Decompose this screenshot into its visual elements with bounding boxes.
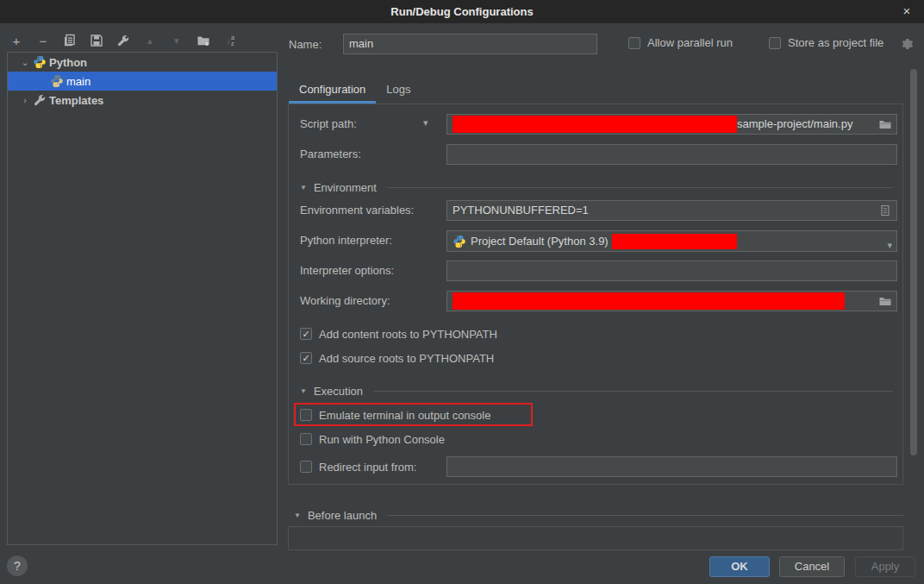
- redirect-input-label: Redirect input from:: [319, 461, 416, 474]
- run-debug-configurations-dialog: Run/Debug Configurations × + − ▲ ▼ ↓ az …: [0, 0, 924, 584]
- before-launch-task-list[interactable]: [288, 526, 903, 550]
- apply-button[interactable]: Apply: [855, 556, 915, 577]
- vertical-scrollbar[interactable]: [910, 69, 917, 455]
- run-with-python-console-label: Run with Python Console: [319, 433, 445, 446]
- chevron-right-icon[interactable]: ›: [20, 95, 30, 105]
- execution-section-label: Execution: [314, 385, 363, 398]
- edit-variables-button[interactable]: [878, 204, 892, 217]
- emulate-terminal-label: Emulate terminal in output console: [319, 409, 490, 422]
- create-folder-button[interactable]: [196, 33, 211, 48]
- working-directory-input[interactable]: [446, 291, 897, 311]
- configurations-tree: ⌄ Python main › Templates: [7, 52, 278, 545]
- script-path-label: Script path:: [300, 114, 357, 135]
- tree-item-main[interactable]: main: [8, 72, 277, 91]
- environment-section-header: ▼ Environment: [300, 179, 893, 195]
- configurations-toolbar: + − ▲ ▼ ↓ az: [9, 31, 238, 50]
- folder-icon: [878, 117, 892, 131]
- redaction-block: [453, 292, 845, 310]
- dialog-title: Run/Debug Configurations: [0, 0, 924, 23]
- chevron-down-icon[interactable]: ▾: [887, 235, 892, 254]
- add-content-roots-checkbox[interactable]: ✓: [300, 328, 312, 340]
- store-as-project-file-option: Store as project file: [769, 36, 883, 49]
- titlebar: Run/Debug Configurations ×: [0, 0, 924, 23]
- emulate-terminal-checkbox[interactable]: [300, 409, 312, 421]
- script-path-value: sample-project/main.py: [737, 115, 852, 134]
- tree-item-label: Python: [49, 56, 87, 69]
- chevron-down-icon[interactable]: ⌄: [20, 57, 30, 68]
- copy-icon: [63, 34, 77, 47]
- parameters-input[interactable]: [446, 144, 897, 165]
- ok-button[interactable]: OK: [709, 556, 770, 577]
- python-interpreter-label: Python interpreter:: [300, 230, 392, 251]
- environment-section-label: Environment: [314, 181, 377, 194]
- save-configuration-button[interactable]: [89, 33, 104, 48]
- move-down-icon: ▼: [172, 36, 181, 46]
- new-folder-icon: [197, 34, 210, 47]
- copy-configuration-button[interactable]: [62, 33, 78, 48]
- name-label: Name:: [289, 38, 322, 51]
- run-with-python-console-option: Run with Python Console: [300, 430, 445, 448]
- tab-bar: Configuration Logs: [289, 78, 421, 104]
- configuration-form-panel: Script path: ▾ sample-project/main.py Pa…: [288, 104, 903, 485]
- add-configuration-button[interactable]: +: [9, 33, 24, 48]
- plus-icon: +: [13, 34, 21, 48]
- close-icon[interactable]: ×: [896, 0, 917, 23]
- edit-templates-button[interactable]: [116, 33, 131, 48]
- environment-variables-input[interactable]: PYTHONUNBUFFERED=1: [446, 200, 897, 221]
- minus-icon: −: [40, 34, 47, 48]
- sort-alpha-icon: ↓ az: [226, 35, 234, 47]
- gear-icon[interactable]: [900, 37, 914, 51]
- tree-item-templates[interactable]: › Templates: [8, 91, 277, 110]
- allow-parallel-run-checkbox[interactable]: [628, 37, 640, 49]
- tree-item-label: Templates: [49, 94, 103, 107]
- interpreter-options-input[interactable]: [446, 261, 897, 281]
- redirect-input-checkbox[interactable]: [300, 461, 312, 473]
- section-divider: [387, 515, 903, 516]
- add-content-roots-label: Add content roots to PYTHONPATH: [319, 328, 497, 341]
- tab-logs[interactable]: Logs: [376, 78, 421, 104]
- sort-configurations-button[interactable]: ↓ az: [222, 33, 238, 48]
- before-launch-section-header: ▼ Before launch: [294, 507, 903, 523]
- store-as-project-file-checkbox[interactable]: [769, 37, 781, 49]
- redaction-block: [612, 234, 737, 249]
- tree-item-python[interactable]: ⌄ Python: [8, 53, 277, 72]
- wrench-icon: [33, 93, 47, 107]
- section-divider: [373, 391, 893, 392]
- save-icon: [90, 34, 103, 47]
- allow-parallel-run-label: Allow parallel run: [647, 36, 733, 49]
- python-icon: [33, 55, 47, 69]
- move-up-button[interactable]: ▲: [142, 33, 158, 48]
- environment-variables-value: PYTHONUNBUFFERED=1: [453, 204, 589, 217]
- remove-configuration-button[interactable]: −: [35, 33, 51, 48]
- store-as-project-file-label: Store as project file: [788, 36, 883, 49]
- collapse-triangle-icon[interactable]: ▼: [300, 387, 307, 395]
- parameters-label: Parameters:: [300, 144, 361, 165]
- add-source-roots-checkbox[interactable]: ✓: [300, 352, 312, 364]
- list-icon: [878, 204, 892, 217]
- script-path-dropdown-icon[interactable]: ▾: [423, 117, 428, 129]
- browse-button[interactable]: [878, 294, 892, 308]
- cancel-button[interactable]: Cancel: [779, 556, 845, 577]
- script-path-input[interactable]: sample-project/main.py: [446, 114, 897, 135]
- allow-parallel-run-option: Allow parallel run: [628, 36, 733, 49]
- execution-section-header: ▼ Execution: [300, 383, 893, 399]
- name-input[interactable]: main: [343, 34, 597, 54]
- add-source-roots-option: ✓ Add source roots to PYTHONPATH: [300, 349, 494, 367]
- tab-configuration[interactable]: Configuration: [289, 78, 376, 104]
- help-button[interactable]: ?: [7, 556, 28, 576]
- collapse-triangle-icon[interactable]: ▼: [300, 184, 307, 192]
- collapse-triangle-icon[interactable]: ▼: [294, 512, 301, 519]
- add-content-roots-option: ✓ Add content roots to PYTHONPATH: [300, 325, 497, 342]
- wrench-icon: [116, 34, 130, 47]
- interpreter-options-label: Interpreter options:: [300, 261, 394, 281]
- browse-button[interactable]: [878, 117, 892, 131]
- python-interpreter-combobox[interactable]: Project Default (Python 3.9) ▾: [446, 230, 897, 252]
- python-icon: [453, 235, 466, 248]
- before-launch-label: Before launch: [308, 509, 377, 522]
- working-directory-label: Working directory:: [300, 291, 390, 311]
- run-with-python-console-checkbox[interactable]: [300, 433, 312, 445]
- redirect-input-input[interactable]: [446, 456, 897, 477]
- move-down-button[interactable]: ▼: [169, 33, 184, 48]
- environment-variables-label: Environment variables:: [300, 200, 414, 221]
- add-source-roots-label: Add source roots to PYTHONPATH: [319, 352, 494, 365]
